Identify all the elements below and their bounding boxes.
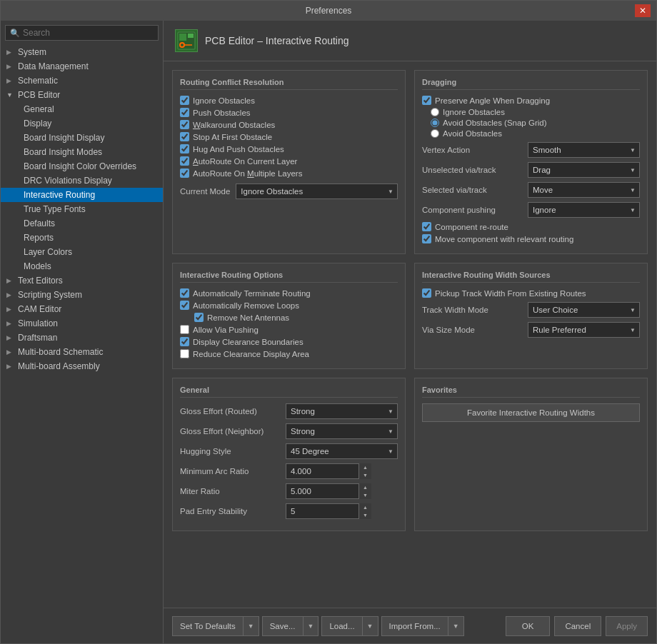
checkbox-ignore-obstacles[interactable]: Ignore Obstacles: [180, 96, 398, 105]
gloss-effort-routed-select[interactable]: Strong Weak Off: [286, 403, 398, 419]
checkbox-stop-at-first[interactable]: Stop At First Obstacle: [180, 132, 398, 141]
checkbox-autoroute-current[interactable]: AutoRoute On Current Layer: [180, 156, 398, 166]
checkbox-push-obstacles[interactable]: Push Obstacles: [180, 108, 398, 117]
load-button[interactable]: Load...: [321, 616, 362, 636]
sidebar-item-label: PCB Editor: [18, 90, 60, 100]
sidebar-item-system[interactable]: ▶ System: [1, 45, 163, 59]
search-box[interactable]: 🔍: [5, 25, 159, 41]
sidebar-item-scripting-system[interactable]: ▶ Scripting System: [1, 288, 163, 302]
sidebar-item-true-type-fonts[interactable]: True Type Fonts: [1, 202, 163, 216]
track-width-mode-select[interactable]: User Choice Rule Preferred Rule Minimum: [528, 302, 640, 318]
sidebar-item-draftsman[interactable]: ▶ Draftsman: [1, 331, 163, 345]
minimum-arc-ratio-spin: ▲ ▼: [286, 463, 371, 479]
checkbox-reduce-clearance[interactable]: Reduce Clearance Display Area: [180, 349, 398, 358]
top-columns: Routing Conflict Resolution Ignore Obsta…: [172, 70, 648, 254]
cancel-button[interactable]: Cancel: [554, 616, 601, 636]
save-arrow[interactable]: ▼: [304, 616, 319, 636]
apply-button[interactable]: Apply: [606, 616, 648, 636]
checkbox-allow-via-pushing[interactable]: Allow Via Pushing: [180, 325, 398, 334]
load-arrow[interactable]: ▼: [363, 616, 378, 636]
gloss-effort-routed-row: Gloss Effort (Routed) Strong Weak Off: [180, 403, 398, 419]
component-pushing-select[interactable]: Ignore Push Move: [528, 202, 640, 218]
arrow-icon: ▶: [6, 320, 14, 327]
unselected-via-select[interactable]: Drag Move: [528, 162, 640, 178]
arrow-icon: ▶: [6, 334, 14, 341]
sidebar-item-defaults[interactable]: Defaults: [1, 216, 163, 231]
hugging-style-label: Hugging Style: [180, 447, 280, 456]
sidebar-item-board-insight-modes[interactable]: Board Insight Modes: [1, 145, 163, 159]
arrow-icon: ▶: [6, 63, 14, 70]
sidebar-item-drc-violations-display[interactable]: DRC Violations Display: [1, 173, 163, 188]
miter-ratio-up[interactable]: ▲: [359, 483, 371, 491]
panel: PCB Editor – Interactive Routing Routing…: [164, 21, 656, 643]
radio-avoid-snap[interactable]: Avoid Obstacles (Snap Grid): [422, 119, 640, 127]
sidebar-item-pcb-editor[interactable]: ▼ PCB Editor: [1, 88, 163, 102]
selected-via-select[interactable]: Move Drag: [528, 182, 640, 198]
checkbox-auto-terminate[interactable]: Automatically Terminate Routing: [180, 288, 398, 298]
arrow-icon: ▶: [6, 49, 14, 56]
checkbox-move-component[interactable]: Move component with relevant routing: [422, 234, 640, 243]
sidebar-item-simulation[interactable]: ▶ Simulation: [1, 316, 163, 331]
minimum-arc-ratio-down[interactable]: ▼: [359, 471, 371, 479]
checkbox-preserve-angle[interactable]: Preserve Angle When Dragging: [422, 96, 640, 105]
sidebar-item-label: Board Insight Display: [24, 133, 104, 143]
interactive-options-title: Interactive Routing Options: [180, 271, 398, 283]
panel-body: Routing Conflict Resolution Ignore Obsta…: [164, 61, 656, 608]
miter-ratio-down[interactable]: ▼: [359, 491, 371, 499]
pad-entry-stability-up[interactable]: ▲: [359, 503, 371, 511]
dragging-title: Dragging: [422, 78, 640, 90]
sidebar-item-board-insight-display[interactable]: Board Insight Display: [1, 131, 163, 145]
pad-entry-stability-spin: ▲ ▼: [286, 503, 371, 519]
checkbox-pickup-track-width[interactable]: Pickup Track Width From Existing Routes: [422, 288, 640, 298]
vertex-action-select-wrap: Smooth Sharp Rounded: [528, 142, 640, 158]
sidebar-item-board-insight-color-overrides[interactable]: Board Insight Color Overrides: [1, 159, 163, 173]
checkbox-component-reroute[interactable]: Component re-route: [422, 222, 640, 231]
sidebar-item-data-management[interactable]: ▶ Data Management: [1, 59, 163, 74]
width-sources-title: Interactive Routing Width Sources: [422, 271, 640, 283]
sidebar-item-general[interactable]: General: [1, 102, 163, 116]
sidebar-item-display[interactable]: Display: [1, 116, 163, 131]
ok-button[interactable]: OK: [506, 616, 551, 636]
import-button[interactable]: Import From...: [381, 616, 448, 636]
radio-ignore-obstacles[interactable]: Ignore Obstacles: [422, 108, 640, 116]
checkbox-auto-remove-loops[interactable]: Automatically Remove Loops: [180, 301, 398, 310]
sidebar-item-cam-editor[interactable]: ▶ CAM Editor: [1, 302, 163, 316]
checkbox-remove-net-antennas[interactable]: Remove Net Antennas: [180, 313, 398, 322]
via-size-mode-select[interactable]: Rule Preferred User Choice Rule Minimum: [528, 322, 640, 338]
vertex-action-select[interactable]: Smooth Sharp Rounded: [528, 142, 640, 158]
set-to-defaults-arrow[interactable]: ▼: [244, 616, 259, 636]
sidebar-item-text-editors[interactable]: ▶ Text Editors: [1, 273, 163, 288]
current-mode-select[interactable]: Ignore Obstacles Push Obstacles Walkarou…: [236, 183, 398, 199]
gloss-effort-neighbor-select[interactable]: Strong Weak Off: [286, 423, 398, 439]
favorite-routing-widths-button[interactable]: Favorite Interactive Routing Widths: [422, 403, 640, 422]
search-input[interactable]: [23, 28, 154, 38]
checkbox-walkaround-obstacles[interactable]: Walkaround Obstacles: [180, 120, 398, 129]
set-to-defaults-split: Set To Defaults ▼: [172, 616, 259, 636]
hugging-style-select[interactable]: 45 Degree 90 Degree Rounded: [286, 443, 398, 459]
close-button[interactable]: ✕: [635, 4, 651, 17]
sidebar-item-models[interactable]: Models: [1, 259, 163, 273]
sidebar-item-reports[interactable]: Reports: [1, 231, 163, 245]
sidebar-item-multi-board-schematic[interactable]: ▶ Multi-board Schematic: [1, 345, 163, 359]
sidebar-item-layer-colors[interactable]: Layer Colors: [1, 245, 163, 259]
preferences-window: Preferences ✕ 🔍 ▶ System ▶ Data Manageme…: [0, 0, 657, 644]
arrow-icon: ▶: [6, 306, 14, 313]
radio-avoid[interactable]: Avoid Obstacles: [422, 129, 640, 138]
checkbox-hug-push[interactable]: Hug And Push Obstacles: [180, 144, 398, 154]
load-split: Load... ▼: [321, 616, 378, 636]
sidebar-item-label: Board Insight Modes: [24, 147, 102, 157]
sidebar-item-interactive-routing[interactable]: Interactive Routing: [1, 188, 163, 202]
checkbox-display-clearance[interactable]: Display Clearance Boundaries: [180, 337, 398, 346]
middle-columns: Interactive Routing Options Automaticall…: [172, 263, 648, 369]
track-width-mode-label: Track Width Mode: [422, 306, 522, 314]
sidebar-item-multi-board-assembly[interactable]: ▶ Multi-board Assembly: [1, 359, 163, 373]
sidebar-item-label: Defaults: [24, 218, 55, 228]
pad-entry-stability-down[interactable]: ▼: [359, 511, 371, 519]
sidebar-item-schematic[interactable]: ▶ Schematic: [1, 74, 163, 88]
import-arrow[interactable]: ▼: [448, 616, 464, 636]
save-button[interactable]: Save...: [262, 616, 304, 636]
minimum-arc-ratio-up[interactable]: ▲: [359, 463, 371, 471]
set-to-defaults-button[interactable]: Set To Defaults: [172, 616, 244, 636]
checkbox-autoroute-multiple[interactable]: AutoRoute On Multiple Layers: [180, 168, 398, 178]
minimum-arc-ratio-label: Minimum Arc Ratio: [180, 467, 280, 476]
